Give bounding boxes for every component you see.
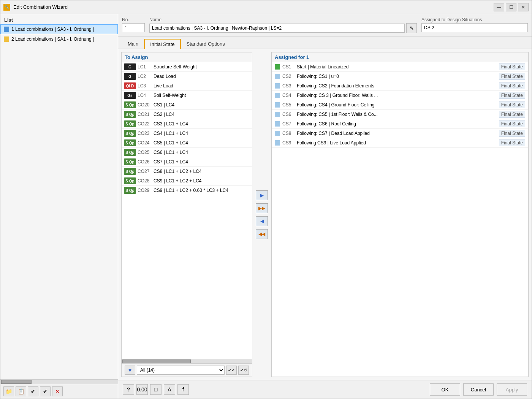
- to-assign-panel: To Assign G LC1 Structure Self-Weight G …: [121, 52, 252, 377]
- assign-item[interactable]: S Qp CO26 CS7 | LC1 + LC4: [122, 157, 252, 167]
- assign-item[interactable]: S Qp CO27 CS8 | LC1 + LC2 + LC4: [122, 167, 252, 176]
- item-desc: CS9 | LC1 + LC2 + 0.60 * LC3 + LC4: [154, 188, 250, 193]
- left-panel-scrollbar[interactable]: [0, 379, 118, 384]
- assign-item[interactable]: S Qp CO23 CS4 | LC1 + LC4: [122, 129, 252, 138]
- filter-button[interactable]: ▼: [125, 366, 135, 375]
- transfer-right-all-button[interactable]: ▶▶: [256, 203, 268, 213]
- formula-button[interactable]: f: [177, 384, 189, 395]
- tab-initial-state[interactable]: Initial State: [144, 39, 180, 49]
- right-panel: No. 1 Name Load combinations | SA3 - I. …: [118, 14, 532, 399]
- final-state-label: Final State: [499, 101, 525, 108]
- assign-item[interactable]: S Qp CO20 CS1 | LC4: [122, 100, 252, 110]
- no-value: 1: [122, 23, 145, 32]
- copy-button[interactable]: 📋: [16, 386, 26, 396]
- no-group: No. 1: [122, 17, 145, 33]
- cs-indicator: [275, 131, 280, 136]
- list-item[interactable]: 2 Load combinations | SA1 - I. Ordnung |: [0, 34, 118, 44]
- edit-name-button[interactable]: ✎: [406, 23, 417, 33]
- transfer-right-single-button[interactable]: ▶: [256, 190, 268, 200]
- filter-dropdown[interactable]: All (14) Selected Unselected: [137, 366, 225, 375]
- assigned-item[interactable]: CS2 Following: CS1 | u=0 Final State: [272, 72, 528, 81]
- assign-item[interactable]: G LC1 Structure Self-Weight: [122, 62, 252, 72]
- tab-standard-options[interactable]: Standard Options: [181, 39, 231, 49]
- assign-item[interactable]: S Qp CO22 CS3 | LC1 + LC4: [122, 119, 252, 129]
- table-button[interactable]: A: [164, 384, 175, 395]
- assign-item[interactable]: S Qp CO29 CS9 | LC1 + LC2 + 0.60 * LC3 +…: [122, 186, 252, 195]
- item-code: CO21: [138, 112, 152, 117]
- cs-indicator: [275, 102, 280, 108]
- assigned-item[interactable]: CS9 Following CS9 | Live Load Applied Fi…: [272, 138, 528, 148]
- assigned-label: Assigned to Design Situations: [421, 17, 528, 22]
- name-group: Name Load combinations | SA3 - I. Ordnun…: [149, 17, 417, 33]
- uncheck-all-btn[interactable]: ✔↺: [238, 366, 249, 375]
- close-button[interactable]: ✕: [518, 3, 529, 11]
- badge: QI D: [124, 82, 136, 89]
- assign-item[interactable]: Gs LC4 Soil Self-Weight: [122, 91, 252, 100]
- maximize-button[interactable]: ☐: [506, 3, 516, 11]
- final-state-label: Final State: [499, 82, 525, 89]
- transfer-left-single-button[interactable]: ◀: [256, 216, 268, 226]
- assign-scrollbar[interactable]: [122, 359, 252, 363]
- check-all-btn[interactable]: ✔✔: [226, 366, 237, 375]
- badge: S Qp: [124, 130, 136, 137]
- item-code: LC3: [138, 83, 152, 89]
- list-item-text: 1 Load combinations | SA3 - I. Ordnung |: [11, 27, 94, 32]
- titlebar-left: 🔧 Edit Combination Wizard: [3, 4, 68, 11]
- apply-button[interactable]: Apply: [497, 383, 527, 396]
- cs-code: CS3: [282, 83, 294, 89]
- cancel-button[interactable]: Cancel: [463, 383, 494, 396]
- item-desc: Structure Self-Weight: [154, 64, 250, 70]
- cs-indicator: [275, 121, 280, 127]
- item-desc: CS4 | LC1 + LC4: [154, 131, 250, 136]
- cs-desc: Start | Material Linearized: [297, 64, 497, 70]
- badge: S Qp: [124, 120, 136, 127]
- delete-button[interactable]: ✕: [52, 386, 63, 396]
- assign-item[interactable]: S Qp CO21 CS2 | LC4: [122, 110, 252, 119]
- item-desc: CS1 | LC4: [154, 102, 250, 108]
- new-item-button[interactable]: 📁: [3, 386, 14, 396]
- cs-code: CS9: [282, 140, 294, 146]
- top-info: No. 1 Name Load combinations | SA3 - I. …: [118, 14, 532, 36]
- badge: S Qp: [124, 168, 136, 175]
- item-desc: Dead Load: [154, 74, 250, 79]
- numeric-button[interactable]: 0.00: [136, 384, 148, 395]
- transfer-left-all-button[interactable]: ◀◀: [256, 229, 268, 239]
- assign-item[interactable]: S Qp CO24 CS5 | LC1 + LC4: [122, 138, 252, 148]
- final-state-label: Final State: [499, 130, 525, 137]
- assigned-item[interactable]: CS3 Following: CS2 | Foundation Elements…: [272, 81, 528, 91]
- final-state-label: Final State: [499, 111, 525, 118]
- list-item-icon-blue: [4, 27, 9, 32]
- cs-code: CS2: [282, 74, 294, 79]
- view-button[interactable]: □: [150, 384, 162, 395]
- assigned-item[interactable]: CS7 Following: CS6 | Roof Ceiling Final …: [272, 119, 528, 129]
- minimize-button[interactable]: —: [494, 3, 504, 11]
- assigned-item[interactable]: CS4 Following: CS 3 | Ground Floor: Wall…: [272, 91, 528, 100]
- assigned-item[interactable]: CS5 Following: CS4 | Ground Floor: Ceili…: [272, 100, 528, 110]
- list-item[interactable]: 1 Load combinations | SA3 - I. Ordnung |: [0, 24, 118, 34]
- check-all-button[interactable]: ✔: [40, 386, 51, 396]
- assign-item[interactable]: S Qp CO25 CS6 | LC1 + LC4: [122, 148, 252, 157]
- to-assign-header: To Assign: [122, 52, 252, 62]
- tab-main[interactable]: Main: [122, 39, 144, 49]
- item-desc: CS6 | LC1 + LC4: [154, 150, 250, 155]
- help-button[interactable]: ?: [123, 384, 134, 395]
- ok-button[interactable]: OK: [430, 383, 460, 396]
- assigned-item[interactable]: CS6 Following: CS5 | 1st Floor: Walls & …: [272, 110, 528, 119]
- list-item-text: 2 Load combinations | SA1 - I. Ordnung |: [11, 36, 94, 42]
- check-button[interactable]: ✔: [28, 386, 38, 396]
- item-code: CO26: [138, 159, 152, 165]
- content-area: To Assign G LC1 Structure Self-Weight G …: [118, 49, 532, 380]
- assign-item[interactable]: G LC2 Dead Load: [122, 72, 252, 81]
- assign-item[interactable]: S Qp CO28 CS9 | LC1 + LC2 + LC4: [122, 176, 252, 186]
- assigned-item[interactable]: CS8 Following: CS7 | Dead Load Applied F…: [272, 129, 528, 138]
- cs-desc: Following: CS1 | u=0: [297, 74, 497, 79]
- no-label: No.: [122, 17, 145, 22]
- item-code: CO27: [138, 169, 152, 174]
- window-title: Edit Combination Wizard: [13, 4, 68, 10]
- assign-item[interactable]: QI D LC3 Live Load: [122, 81, 252, 91]
- item-desc: Live Load: [154, 83, 250, 89]
- badge: G: [124, 73, 136, 80]
- assigned-header: Assigned for 1: [272, 52, 528, 62]
- assigned-item[interactable]: CS1 Start | Material Linearized Final St…: [272, 62, 528, 72]
- item-code: LC4: [138, 93, 152, 98]
